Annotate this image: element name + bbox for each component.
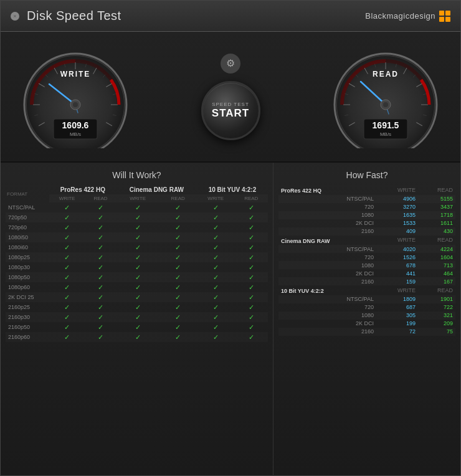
check-cell: ✓: [235, 292, 268, 302]
hf-read-value: 5155: [418, 195, 455, 203]
start-button[interactable]: SPEED TEST START: [201, 81, 260, 140]
check-cell: ✓: [49, 322, 85, 332]
hf-label: NTSC/PAL: [278, 245, 376, 253]
check-cell: ✓: [197, 332, 235, 342]
hf-label: 1080: [278, 312, 376, 320]
list-item: 720 3270 3437: [278, 203, 455, 211]
check-cell: ✓: [85, 312, 116, 322]
check-cell: ✓: [116, 222, 159, 232]
check-cell: ✓: [116, 302, 159, 312]
brand-icon: [439, 11, 450, 22]
table-row: 1080p25✓✓✓✓✓✓: [6, 252, 268, 262]
check-cell: ✓: [235, 312, 268, 322]
check-cell: ✓: [197, 272, 235, 282]
hf-write-value: 1635: [376, 211, 418, 219]
check-cell: ✓: [85, 232, 116, 242]
check-cell: ✓: [197, 212, 235, 222]
settings-button[interactable]: ⚙: [221, 54, 240, 74]
check-cell: ✓: [49, 212, 85, 222]
check-cell: ✓: [116, 202, 159, 212]
category-row: ProRes 422 HQ WRITE READ: [278, 185, 455, 195]
list-item: 720 687 722: [278, 303, 455, 312]
check-cell: ✓: [85, 302, 116, 312]
start-label: START: [212, 107, 249, 120]
check-cell: ✓: [235, 222, 268, 232]
hf-label: 720: [278, 203, 376, 211]
list-item: 1080 305 321: [278, 312, 455, 320]
table-row: NTSC/PAL✓✓✓✓✓✓: [6, 202, 268, 212]
write-col-header: WRITE: [376, 285, 418, 295]
format-cell: 720p60: [6, 222, 49, 232]
write-gauge: 1609.6 MB/s WRITE: [19, 45, 131, 148]
hf-label: 1080: [278, 261, 376, 269]
hf-write-value: 1809: [376, 295, 418, 303]
hf-write-value: 305: [376, 312, 418, 320]
check-cell: ✓: [49, 252, 85, 262]
category-label: Cinema DNG RAW: [278, 236, 376, 245]
check-cell: ✓: [159, 292, 197, 302]
format-cell: 1080i50: [6, 232, 49, 242]
will-it-work-panel: Will It Work? FORMAT ProRes 422 HQ Cinem…: [1, 163, 273, 476]
brand-logo: Blackmagicdesign: [365, 11, 450, 22]
write-col-header: WRITE: [376, 185, 418, 195]
list-item: NTSC/PAL 1809 1901: [278, 295, 455, 303]
hf-label: 2K DCI: [278, 269, 376, 277]
format-cell: 720p50: [6, 212, 49, 222]
gear-icon: ⚙: [226, 57, 235, 69]
hf-write-value: 199: [376, 320, 418, 328]
will-it-work-table: FORMAT ProRes 422 HQ Cinema DNG RAW 10 B…: [6, 185, 268, 342]
hf-write-value: 1526: [376, 253, 418, 261]
table-row: 1080i60✓✓✓✓✓✓: [6, 242, 268, 252]
check-cell: ✓: [49, 262, 85, 272]
check-cell: ✓: [159, 302, 197, 312]
list-item: 2K DCI 199 209: [278, 320, 455, 328]
prores-write-header: WRITE: [49, 194, 85, 202]
format-cell: 1080p60: [6, 282, 49, 292]
format-cell: 2160p25: [6, 302, 49, 312]
list-item: 2160 72 75: [278, 328, 455, 336]
hf-label: NTSC/PAL: [278, 195, 376, 203]
write-col-header: WRITE: [376, 236, 418, 245]
check-cell: ✓: [159, 322, 197, 332]
close-button[interactable]: ×: [11, 12, 19, 21]
list-item: NTSC/PAL 4906 5155: [278, 195, 455, 203]
brand-square-3: [439, 17, 444, 22]
hf-label: 1080: [278, 211, 376, 219]
cdng-write-header: WRITE: [116, 194, 159, 202]
svg-point-24: [73, 102, 78, 107]
list-item: 2K DCI 441 464: [278, 269, 455, 277]
check-cell: ✓: [197, 202, 235, 212]
hf-write-value: 1533: [376, 219, 418, 227]
format-cell: NTSC/PAL: [6, 202, 49, 212]
check-cell: ✓: [159, 262, 197, 272]
check-cell: ✓: [197, 322, 235, 332]
check-cell: ✓: [235, 322, 268, 332]
read-col-header: READ: [418, 236, 455, 245]
hf-write-value: 159: [376, 277, 418, 285]
list-item: 1080 678 713: [278, 261, 455, 269]
svg-text:MB/s: MB/s: [380, 131, 391, 137]
check-cell: ✓: [116, 292, 159, 302]
hf-write-value: 678: [376, 261, 418, 269]
table-row: 1080p30✓✓✓✓✓✓: [6, 262, 268, 272]
svg-text:MB/s: MB/s: [70, 131, 81, 137]
check-cell: ✓: [197, 262, 235, 272]
check-cell: ✓: [116, 312, 159, 322]
check-cell: ✓: [235, 282, 268, 292]
app-title: Disk Speed Test: [27, 9, 121, 23]
table-row: 1080p60✓✓✓✓✓✓: [6, 282, 268, 292]
check-cell: ✓: [235, 302, 268, 312]
table-row: 2160p25✓✓✓✓✓✓: [6, 302, 268, 312]
write-gauge-container: 1609.6 MB/s WRITE: [19, 45, 131, 148]
check-cell: ✓: [159, 242, 197, 252]
table-row: 1080i50✓✓✓✓✓✓: [6, 232, 268, 242]
table-row: 2K DCI 25✓✓✓✓✓✓: [6, 292, 268, 302]
hf-read-value: 4224: [418, 245, 455, 253]
hf-write-value: 4020: [376, 245, 418, 253]
hf-read-value: 1901: [418, 295, 455, 303]
svg-text:1691.5: 1691.5: [373, 120, 399, 130]
hf-read-value: 321: [418, 312, 455, 320]
svg-text:WRITE: WRITE: [60, 70, 91, 79]
check-cell: ✓: [116, 282, 159, 292]
category-label: 10 Bit YUV 4:2:2: [278, 285, 376, 295]
